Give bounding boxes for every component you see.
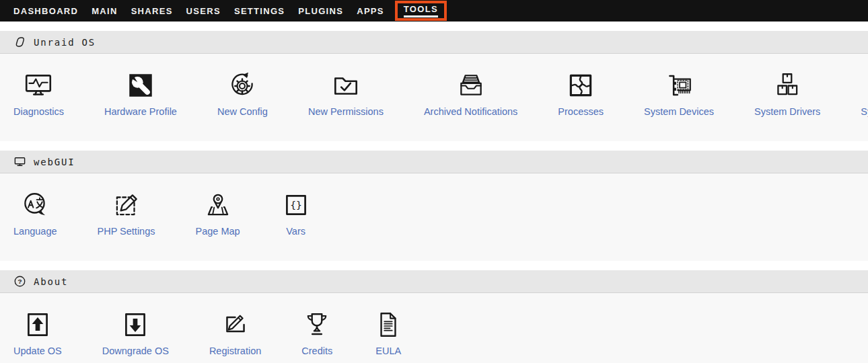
tool-label: Language [13, 226, 57, 237]
nav-label: MAIN [92, 6, 117, 16]
question-circle-icon [13, 275, 26, 288]
archive-tray-icon [456, 70, 486, 101]
tool-label: Credits [301, 346, 332, 356]
section-webgui: webGUI Language PHP Settings Page Map Va… [0, 151, 868, 261]
monitor-icon [13, 155, 26, 168]
tool-label: PHP Settings [98, 226, 155, 237]
section-title: About [34, 276, 68, 287]
section-title: Unraid OS [34, 37, 96, 48]
tool-eula[interactable]: EULA [373, 309, 404, 356]
tool-system-log[interactable]: System Log [861, 70, 868, 117]
tool-system-drivers[interactable]: System Drivers [754, 70, 820, 117]
nav-item-settings[interactable]: SETTINGS [227, 0, 291, 22]
tool-diagnostics[interactable]: Diagnostics [13, 70, 64, 117]
tool-label: Update OS [13, 346, 62, 356]
tool-update-os[interactable]: Update OS [13, 309, 62, 356]
diagnostics-icon [23, 70, 54, 101]
tool-registration[interactable]: Registration [209, 309, 261, 356]
tool-archived-notifications[interactable]: Archived Notifications [424, 70, 517, 117]
section-body-unraid-os: Diagnostics Hardware Profile New Config … [0, 54, 868, 141]
tool-label: Registration [209, 346, 261, 356]
section-header-unraid-os: Unraid OS [0, 31, 868, 54]
tool-php-settings[interactable]: PHP Settings [98, 190, 155, 237]
nav-label: SETTINGS [234, 6, 285, 16]
tool-label: Processes [558, 106, 604, 117]
tool-vars[interactable]: Vars [281, 190, 312, 237]
nav-label: TOOLS [404, 4, 438, 17]
cracked-square-icon [565, 70, 596, 101]
language-bubble-icon [20, 190, 50, 220]
tool-label: Hardware Profile [104, 106, 177, 117]
tool-new-permissions[interactable]: New Permissions [308, 70, 384, 117]
nav-label: DASHBOARD [13, 6, 78, 16]
tool-language[interactable]: Language [13, 190, 57, 237]
tool-label: Archived Notifications [424, 106, 517, 117]
tool-page-map[interactable]: Page Map [196, 190, 240, 237]
nav-item-users[interactable]: USERS [180, 0, 227, 22]
folder-check-icon [330, 70, 361, 101]
document-icon [373, 309, 404, 340]
section-title: webGUI [34, 157, 75, 167]
section-body-webgui: Language PHP Settings Page Map Vars [0, 173, 868, 261]
tool-label: Page Map [196, 226, 240, 237]
section-body-about: Update OS Downgrade OS Registration Cred… [0, 293, 868, 363]
tool-label: New Permissions [308, 106, 384, 117]
unraid-logo-icon [13, 36, 26, 48]
tool-label: System Devices [644, 106, 714, 117]
tool-downgrade-os[interactable]: Downgrade OS [102, 309, 169, 356]
map-pin-icon [203, 190, 233, 220]
trophy-icon [301, 309, 332, 340]
tool-hardware-profile[interactable]: Hardware Profile [104, 70, 177, 117]
tool-new-config[interactable]: New Config [217, 70, 268, 117]
nav-label: USERS [186, 6, 221, 16]
arrow-up-box-icon [22, 309, 53, 340]
pci-card-icon [663, 70, 694, 101]
nav-item-dashboard[interactable]: DASHBOARD [7, 0, 85, 22]
boxes-icon [772, 70, 803, 101]
pencil-card-icon [220, 309, 251, 340]
tool-label: Diagnostics [13, 106, 64, 117]
nav-item-tools-active-highlighted[interactable]: TOOLS [395, 1, 447, 21]
nav-label: PLUGINS [298, 6, 343, 16]
tool-system-devices[interactable]: System Devices [644, 70, 714, 117]
nav-item-shares[interactable]: SHARES [124, 0, 180, 22]
tool-label: Downgrade OS [102, 346, 169, 356]
section-header-about: About [0, 270, 868, 293]
section-header-webgui: webGUI [0, 151, 868, 173]
nav-label: SHARES [131, 6, 173, 16]
tool-label: System Drivers [754, 106, 820, 117]
tool-credits[interactable]: Credits [301, 309, 332, 356]
wrench-icon [125, 70, 156, 101]
top-nav-bar: DASHBOARD MAIN SHARES USERS SETTINGS PLU… [0, 0, 868, 22]
tool-label: System Log [861, 106, 868, 117]
arrow-down-box-icon [120, 309, 151, 340]
nav-item-apps[interactable]: APPS [350, 0, 391, 22]
braces-box-icon [281, 190, 312, 220]
tool-processes[interactable]: Processes [558, 70, 604, 117]
nav-item-plugins[interactable]: PLUGINS [291, 0, 350, 22]
nav-item-main[interactable]: MAIN [85, 0, 124, 22]
gear-refresh-icon [227, 70, 258, 101]
nav-label: APPS [357, 6, 384, 16]
tool-label: Vars [286, 226, 305, 237]
tool-label: EULA [375, 346, 401, 356]
section-unraid-os: Unraid OS Diagnostics Hardware Profile N… [0, 31, 868, 141]
tool-label: New Config [217, 106, 268, 117]
section-about: About Update OS Downgrade OS Registratio… [0, 270, 868, 363]
pencil-dashed-box-icon [111, 190, 142, 220]
